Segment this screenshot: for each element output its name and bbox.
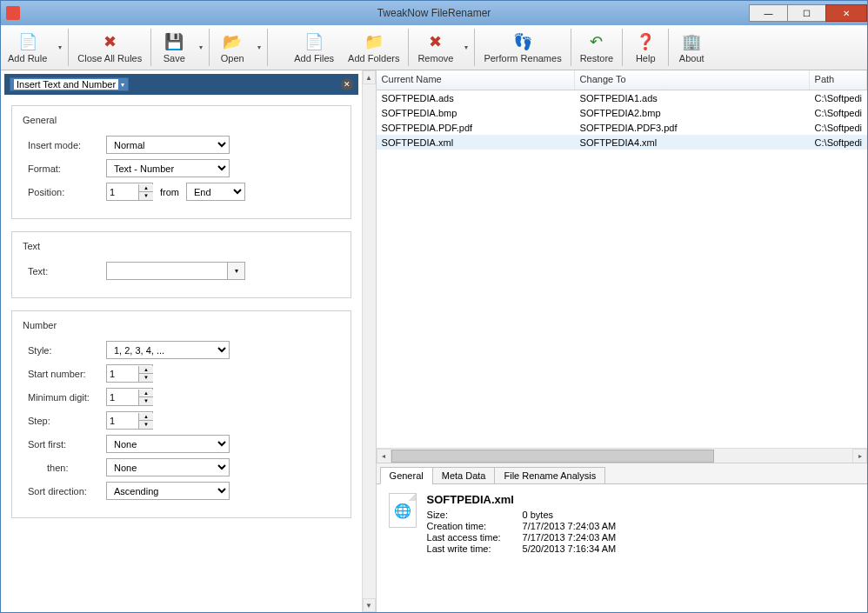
rules-pane: Insert Text and Number▾ ✕ General Insert… xyxy=(1,70,377,612)
scroll-right-icon[interactable]: ▸ xyxy=(852,449,867,463)
window-title: TweakNow FileRenamer xyxy=(377,7,491,19)
text-fieldset: Text Text: ▾ xyxy=(11,231,351,298)
file-list: Current Name Change To Path SOFTPEDIA.ad… xyxy=(377,70,867,448)
toolbar-perform-renames[interactable]: 👣Perform Renames xyxy=(477,25,568,70)
open-icon: 📂 xyxy=(223,32,242,51)
help-icon: ❓ xyxy=(636,32,655,51)
titlebar: TweakNow FileRenamer — ☐ ✕ xyxy=(1,1,867,25)
toolbar-add-folders[interactable]: 📁Add Folders xyxy=(341,25,406,70)
close-button[interactable]: ✕ xyxy=(825,4,867,22)
toolbar-dropdown-arrow-icon[interactable]: ▾ xyxy=(195,25,207,70)
text-input[interactable] xyxy=(106,262,228,280)
add-folders-icon: 📁 xyxy=(364,32,384,51)
sort-direction-select[interactable]: Ascending xyxy=(106,482,230,500)
rule-type-dropdown[interactable]: Insert Text and Number▾ xyxy=(10,77,129,91)
toolbar-close-all-rules[interactable]: ✖Close All Rules xyxy=(70,25,149,70)
tab-file-rename-analysis[interactable]: File Rename Analysis xyxy=(494,467,605,484)
general-fieldset: General Insert mode: Normal Format: Text… xyxy=(11,105,351,219)
from-select[interactable]: End xyxy=(186,183,245,201)
spin-up-icon[interactable]: ▲ xyxy=(139,184,153,192)
add-files-icon: 📄 xyxy=(304,32,324,51)
toolbar-add-files[interactable]: 📄Add Files xyxy=(287,25,341,70)
maximize-button[interactable]: ☐ xyxy=(787,4,826,22)
file-row[interactable]: SOFTPEDIA.bmpSOFTPEDIA2.bmpC:\Softpedi xyxy=(377,105,867,120)
sort-then-select[interactable]: None xyxy=(106,458,230,476)
toolbar: 📄Add Rule▾✖Close All Rules💾Save▾📂Open▾ 📄… xyxy=(1,25,867,70)
style-select[interactable]: 1, 2, 3, 4, ... xyxy=(106,341,230,359)
text-dropdown-icon[interactable]: ▾ xyxy=(228,262,245,280)
file-list-header: Current Name Change To Path xyxy=(377,70,867,90)
scroll-left-icon[interactable]: ◂ xyxy=(377,449,391,463)
toolbar-dropdown-arrow-icon[interactable]: ▾ xyxy=(460,25,472,70)
scroll-down-icon[interactable]: ▼ xyxy=(363,598,376,612)
perform-renames-icon: 👣 xyxy=(513,32,532,51)
app-icon xyxy=(6,6,20,20)
scroll-up-icon[interactable]: ▲ xyxy=(363,70,376,84)
app-window: TweakNow FileRenamer — ☐ ✕ 📄Add Rule▾✖Cl… xyxy=(0,0,868,613)
col-change-to[interactable]: Change To xyxy=(575,70,810,90)
toolbar-help[interactable]: ❓Help xyxy=(624,25,666,70)
file-row[interactable]: SOFTPEDIA.adsSOFTPEDIA1.adsC:\Softpedi xyxy=(377,90,867,105)
toolbar-dropdown-arrow-icon[interactable]: ▾ xyxy=(253,25,265,70)
restore-icon: ↶ xyxy=(587,32,606,51)
toolbar-add-rule[interactable]: 📄Add Rule xyxy=(1,25,54,70)
tab-meta-data[interactable]: Meta Data xyxy=(432,467,496,484)
toolbar-open[interactable]: 📂Open xyxy=(211,25,253,70)
sort-first-select[interactable]: None xyxy=(106,435,230,453)
rule-header: Insert Text and Number▾ ✕ xyxy=(4,74,358,95)
files-pane: Current Name Change To Path SOFTPEDIA.ad… xyxy=(377,70,867,612)
start-number-spinner[interactable]: ▲▼ xyxy=(106,364,153,383)
rules-scrollbar[interactable]: ▲ ▼ xyxy=(362,70,376,612)
toolbar-dropdown-arrow-icon[interactable]: ▾ xyxy=(54,25,66,70)
file-row[interactable]: SOFTPEDIA.xmlSOFTPEDIA4.xmlC:\Softpedi xyxy=(377,135,867,150)
selected-file-name: SOFTPEDIA.xml xyxy=(427,493,617,506)
rule-close-icon[interactable]: ✕ xyxy=(341,78,353,90)
add-rule-icon: 📄 xyxy=(18,32,37,51)
col-path[interactable]: Path xyxy=(810,70,867,90)
file-type-icon: 🌐 xyxy=(389,493,417,528)
file-row[interactable]: SOFTPEDIA.PDF.pdfSOFTPEDIA.PDF3.pdfC:\So… xyxy=(377,120,867,135)
about-icon: 🏢 xyxy=(682,32,701,51)
col-current-name[interactable]: Current Name xyxy=(377,70,575,90)
format-select[interactable]: Text - Number xyxy=(106,159,230,177)
close-all-rules-icon: ✖ xyxy=(100,32,119,51)
number-fieldset: Number Style: 1, 2, 3, 4, ... Start numb… xyxy=(11,310,351,518)
toolbar-remove[interactable]: ✖Remove xyxy=(411,25,460,70)
save-icon: 💾 xyxy=(164,32,184,51)
step-spinner[interactable]: ▲▼ xyxy=(106,411,153,430)
details-panel: GeneralMeta DataFile Rename Analysis 🌐 S… xyxy=(377,463,867,612)
file-list-hscrollbar[interactable]: ◂ ▸ xyxy=(377,448,867,463)
min-digit-spinner[interactable]: ▲▼ xyxy=(106,388,153,406)
minimize-button[interactable]: — xyxy=(749,4,788,22)
insert-mode-select[interactable]: Normal xyxy=(106,136,230,154)
toolbar-about[interactable]: 🏢About xyxy=(671,25,712,70)
toolbar-save[interactable]: 💾Save xyxy=(153,25,195,70)
position-spinner[interactable]: ▲▼ xyxy=(106,183,153,201)
remove-icon: ✖ xyxy=(426,32,445,51)
spin-down-icon[interactable]: ▼ xyxy=(139,192,153,200)
toolbar-restore[interactable]: ↶Restore xyxy=(573,25,621,70)
tab-general[interactable]: General xyxy=(380,467,433,484)
